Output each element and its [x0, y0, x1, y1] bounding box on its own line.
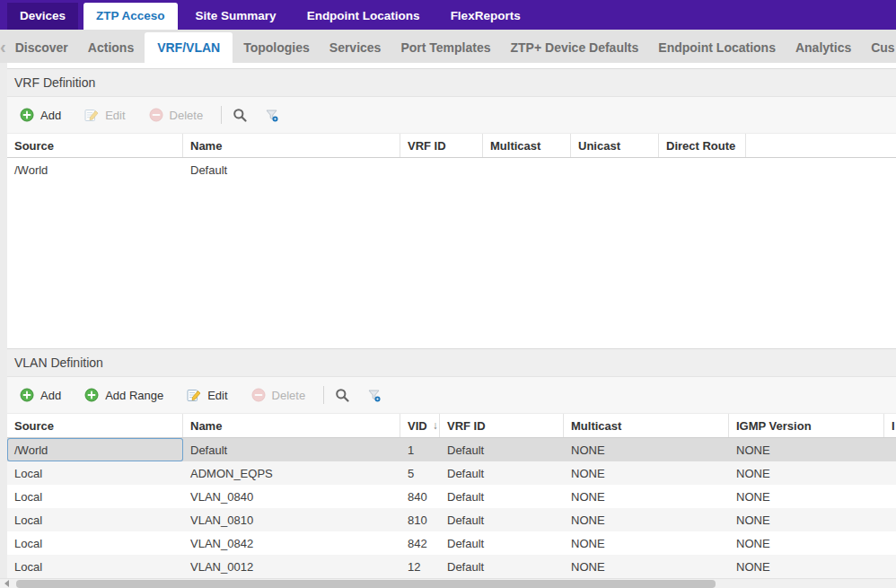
vlan-table-header-row: SourceNameVID↓VRF IDMulticastIGMP Versio… [7, 413, 896, 438]
tab-site-summary[interactable]: Site Summary [183, 3, 289, 30]
vlan-filter-button[interactable] [367, 388, 382, 402]
vlan-column-header-multicast[interactable]: Multicast [564, 414, 729, 437]
table-cell: /World [7, 158, 183, 181]
table-row[interactable]: /WorldDefault1DefaultNONENONE [7, 438, 896, 461]
vrf-column-header-multicast[interactable]: Multicast [483, 134, 571, 157]
left-gutter [0, 63, 7, 588]
table-cell: 5 [400, 461, 440, 485]
secondary-tab-strip: DiscoverActionsVRF/VLANTopologiesService… [6, 32, 896, 63]
vlan-column-header-source[interactable]: Source [7, 414, 183, 437]
add-icon [20, 388, 34, 402]
subtab-services[interactable]: Services [321, 32, 391, 63]
vrf-column-header-filler [746, 134, 896, 157]
subtab-vrf-vlan[interactable]: VRF/VLAN [145, 32, 233, 63]
table-cell: VLAN_0810 [183, 508, 400, 531]
table-row[interactable]: LocalVLAN_0840840DefaultNONENONE [7, 485, 896, 508]
table-cell: Local [7, 508, 183, 531]
subtab-cus[interactable]: Cus [862, 32, 896, 63]
vlan-column-header-name[interactable]: Name [183, 414, 400, 437]
table-cell [571, 158, 659, 181]
scroll-tabs-left-icon[interactable]: ‹ [0, 32, 6, 63]
vlan-search-button[interactable] [335, 388, 349, 402]
vrf-delete-label: Delete [170, 109, 204, 122]
table-cell [483, 158, 571, 181]
table-cell: NONE [564, 508, 729, 531]
vrf-definition-panel: VRF Definition AddEditDelete SourceNameV… [7, 68, 896, 348]
vlan-column-header-vrf-id[interactable]: VRF ID [440, 414, 564, 437]
vlan-add-range-button[interactable]: Add Range [84, 388, 163, 402]
vrf-column-header-direct-route[interactable]: Direct Route [659, 134, 746, 157]
vlan-panel-title: VLAN Definition [7, 348, 896, 377]
vlan-column-header-i[interactable]: I [884, 414, 896, 437]
table-cell: Default [183, 158, 400, 181]
table-row[interactable]: LocalVLAN_0810810DefaultNONENONE [7, 508, 896, 531]
table-cell: 1 [400, 438, 440, 461]
vrf-toolbar: AddEditDelete [7, 97, 896, 133]
subtab-analytics[interactable]: Analytics [786, 32, 860, 63]
table-cell: NONE [729, 531, 884, 555]
tab-endpoint-locations[interactable]: Endpoint Locations [294, 3, 433, 30]
table-cell: Local [7, 485, 183, 508]
secondary-nav-bar: ‹ DiscoverActionsVRF/VLANTopologiesServi… [0, 30, 896, 63]
table-cell: Default [440, 438, 564, 461]
vrf-filter-button[interactable] [265, 108, 279, 122]
vlan-column-header-igmp-version[interactable]: IGMP Version [729, 414, 884, 437]
scrollbar-thumb[interactable] [16, 580, 716, 588]
table-cell: 12 [400, 555, 440, 578]
primary-nav-bar: DevicesZTP AccesoSite SummaryEndpoint Lo… [0, 0, 896, 30]
add-icon [20, 108, 34, 122]
table-cell: ADMON_EQPS [183, 461, 400, 485]
vlan-table: SourceNameVID↓VRF IDMulticastIGMP Versio… [7, 413, 896, 578]
table-cell: VLAN_0840 [183, 485, 400, 508]
subtab-discover[interactable]: Discover [6, 32, 77, 63]
vrf-column-header-vrf-id[interactable]: VRF ID [400, 134, 483, 157]
tab-devices[interactable]: Devices [7, 3, 78, 30]
vlan-add-range-label: Add Range [105, 389, 163, 402]
vrf-edit-label: Edit [105, 109, 125, 122]
vlan-edit-label: Edit [207, 389, 227, 402]
vrf-search-button[interactable] [233, 108, 247, 122]
delete-icon [149, 108, 163, 122]
table-row[interactable]: LocalVLAN_0842842DefaultNONENONE [7, 531, 896, 555]
edit-icon [187, 388, 201, 402]
vrf-column-header-source[interactable]: Source [7, 134, 183, 157]
vrf-table-header-row: SourceNameVRF IDMulticastUnicastDirect R… [7, 133, 896, 158]
subtab-actions[interactable]: Actions [79, 32, 143, 63]
vrf-column-header-name[interactable]: Name [183, 134, 400, 157]
delete-icon [251, 388, 266, 402]
vlan-delete-button[interactable]: Delete [251, 388, 306, 402]
table-cell: Default [440, 508, 564, 531]
table-cell: /World [7, 438, 183, 461]
subtab-port-templates[interactable]: Port Templates [391, 32, 499, 63]
table-cell [884, 531, 896, 555]
vlan-add-label: Add [40, 389, 61, 402]
scroll-left-arrow-icon[interactable] [0, 579, 13, 588]
table-cell: NONE [564, 555, 729, 578]
tab-ztp-acceso[interactable]: ZTP Acceso [83, 3, 178, 30]
add-icon [84, 388, 99, 402]
subtab-ztp-device-defaults[interactable]: ZTP+ Device Defaults [502, 32, 648, 63]
horizontal-scrollbar[interactable] [0, 578, 896, 588]
table-cell: 840 [400, 485, 440, 508]
vrf-table: SourceNameVRF IDMulticastUnicastDirect R… [7, 133, 896, 181]
vrf-add-button[interactable]: Add [20, 108, 61, 122]
table-cell: Local [7, 555, 183, 578]
vlan-add-button[interactable]: Add [20, 388, 61, 402]
subtab-endpoint-locations[interactable]: Endpoint Locations [649, 32, 785, 63]
table-row[interactable]: /WorldDefault [7, 158, 896, 181]
table-row[interactable]: LocalADMON_EQPS5DefaultNONENONE [7, 461, 896, 485]
vrf-edit-button[interactable]: Edit [84, 108, 125, 122]
toolbar-divider [323, 386, 324, 404]
table-cell: NONE [564, 438, 729, 461]
vlan-edit-button[interactable]: Edit [187, 388, 227, 402]
vrf-column-header-unicast[interactable]: Unicast [571, 134, 659, 157]
vrf-delete-button[interactable]: Delete [149, 108, 204, 122]
vrf-add-label: Add [40, 109, 61, 122]
sort-descending-icon: ↓ [433, 419, 438, 432]
vrf-panel-title: VRF Definition [7, 68, 896, 97]
table-row[interactable]: LocalVLAN_001212DefaultNONENONE [7, 555, 896, 578]
vlan-column-header-vid[interactable]: VID↓ [400, 414, 440, 437]
subtab-topologies[interactable]: Topologies [234, 32, 319, 63]
table-cell: NONE [564, 461, 729, 485]
tab-flexreports[interactable]: FlexReports [438, 3, 533, 30]
